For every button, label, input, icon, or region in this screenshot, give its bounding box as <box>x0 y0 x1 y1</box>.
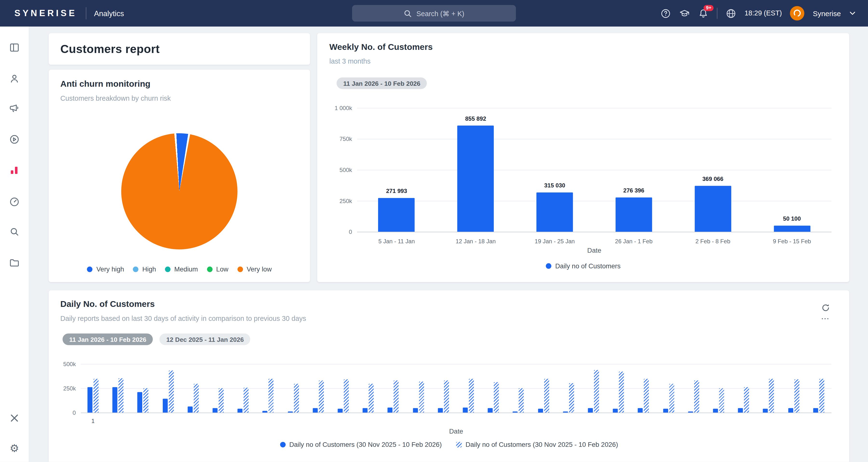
sidebar-item-profiles[interactable] <box>9 73 20 84</box>
daily-bar-solid[interactable] <box>738 408 743 412</box>
daily-bar-hatched[interactable] <box>144 388 149 412</box>
account-menu-button[interactable] <box>849 8 856 19</box>
weekly-bar[interactable] <box>378 198 415 232</box>
daily-bar-solid[interactable] <box>788 408 793 412</box>
daily-bar-hatched[interactable] <box>669 384 674 412</box>
daily-bar-solid[interactable] <box>162 399 167 412</box>
daily-bar-solid[interactable] <box>488 408 493 412</box>
daily-bar-hatched[interactable] <box>394 381 399 412</box>
daily-bar-solid[interactable] <box>588 408 593 412</box>
notifications-button[interactable]: 9+ <box>698 8 709 19</box>
weekly-bar[interactable] <box>695 186 731 232</box>
daily-bar-solid[interactable] <box>238 408 243 412</box>
daily-bar-solid[interactable] <box>112 387 117 412</box>
daily-bar-solid[interactable] <box>663 408 668 412</box>
daily-bar-solid[interactable] <box>363 408 368 412</box>
sidebar-item-tools[interactable] <box>9 412 20 424</box>
daily-date-chip-current[interactable]: 11 Jan 2026 - 10 Feb 2026 <box>62 333 153 345</box>
daily-bar-solid[interactable] <box>388 408 393 412</box>
daily-bar-solid[interactable] <box>463 408 468 412</box>
daily-bar-hatched[interactable] <box>494 382 499 412</box>
daily-bar-hatched[interactable] <box>544 379 549 412</box>
daily-bar-solid[interactable] <box>638 408 643 412</box>
daily-bar-hatched[interactable] <box>269 379 274 412</box>
daily-bar-solid[interactable] <box>137 392 143 412</box>
daily-bar-hatched[interactable] <box>819 378 824 412</box>
legend-item[interactable]: Daily no of Customers <box>546 262 621 270</box>
synerise-logo[interactable]: synerise <box>14 8 77 18</box>
academy-button[interactable] <box>679 8 690 19</box>
daily-bar-hatched[interactable] <box>794 380 799 412</box>
daily-bar-hatched[interactable] <box>219 388 224 412</box>
legend-item[interactable]: Daily no of Customers (30 Nov 2025 - 10 … <box>280 441 442 449</box>
daily-bar-solid[interactable] <box>213 408 218 412</box>
more-options-button[interactable]: ⋯ <box>820 314 830 324</box>
global-search-input[interactable]: Search (⌘ + K) <box>352 5 516 22</box>
daily-bar-solid[interactable] <box>88 387 93 412</box>
legend-item[interactable]: High <box>133 265 156 273</box>
weekly-bar[interactable] <box>616 198 652 232</box>
timezone-button[interactable] <box>726 8 736 19</box>
help-button[interactable] <box>660 8 671 19</box>
daily-bar-solid[interactable] <box>438 408 443 412</box>
account-avatar[interactable] <box>790 6 805 21</box>
daily-bar-solid[interactable] <box>262 411 268 412</box>
daily-bar-solid[interactable] <box>713 409 718 412</box>
sidebar-item-data[interactable] <box>9 196 20 207</box>
daily-bar-hatched[interactable] <box>244 388 249 412</box>
daily-bar-solid[interactable] <box>313 408 318 412</box>
daily-bar-hatched[interactable] <box>619 372 624 412</box>
daily-bar-hatched[interactable] <box>344 380 349 412</box>
daily-date-chip-previous[interactable]: 12 Dec 2025 - 11 Jan 2026 <box>160 333 250 345</box>
weekly-bar[interactable] <box>774 226 810 232</box>
daily-bar-hatched[interactable] <box>594 370 599 412</box>
weekly-date-range-chip[interactable]: 11 Jan 2026 - 10 Feb 2026 <box>337 77 427 89</box>
daily-bar-hatched[interactable] <box>644 378 649 412</box>
daily-bar-solid[interactable] <box>613 409 618 412</box>
legend-item[interactable]: Low <box>207 265 228 273</box>
account-name[interactable]: Synerise <box>813 9 841 18</box>
daily-bar-hatched[interactable] <box>519 388 524 412</box>
weekly-bar[interactable] <box>536 193 573 232</box>
daily-bar-solid[interactable] <box>413 408 418 412</box>
daily-bar-hatched[interactable] <box>744 387 749 412</box>
daily-bar-solid[interactable] <box>813 408 818 412</box>
refresh-button[interactable] <box>820 302 830 312</box>
legend-item[interactable]: Very high <box>87 265 124 273</box>
refresh-icon <box>821 303 830 312</box>
daily-bar-hatched[interactable] <box>194 384 199 412</box>
legend-item[interactable]: Medium <box>165 265 198 273</box>
daily-bar-hatched[interactable] <box>294 384 299 412</box>
legend-item[interactable]: Very low <box>237 265 272 273</box>
sidebar-item-search[interactable] <box>9 226 20 237</box>
daily-bar-solid[interactable] <box>188 406 193 412</box>
legend-item[interactable]: Daily no of Customers (30 Nov 2025 - 10 … <box>456 441 618 449</box>
daily-bar-solid[interactable] <box>763 408 768 412</box>
daily-bar-hatched[interactable] <box>119 378 124 412</box>
churn-pie[interactable] <box>121 133 238 249</box>
daily-bar-hatched[interactable] <box>168 371 174 412</box>
daily-bar-solid[interactable] <box>288 411 293 412</box>
daily-bar-solid[interactable] <box>538 408 543 412</box>
daily-bar-solid[interactable] <box>688 411 693 412</box>
sidebar-item-assets[interactable] <box>9 257 20 268</box>
sidebar-item-settings[interactable]: ⚙ <box>9 442 20 454</box>
daily-bar-hatched[interactable] <box>369 384 374 412</box>
daily-bar-solid[interactable] <box>563 411 568 412</box>
daily-bar-hatched[interactable] <box>469 379 474 412</box>
sidebar-item-automation[interactable] <box>9 134 20 145</box>
daily-bar-solid[interactable] <box>513 411 518 412</box>
daily-bar-hatched[interactable] <box>569 384 574 412</box>
sidebar-item-communication[interactable] <box>9 103 20 114</box>
weekly-bar[interactable] <box>457 126 494 232</box>
sidebar-item-analytics[interactable] <box>9 165 20 176</box>
daily-bar-hatched[interactable] <box>694 381 699 412</box>
daily-bar-hatched[interactable] <box>769 379 774 412</box>
daily-bar-hatched[interactable] <box>94 379 99 412</box>
daily-bar-hatched[interactable] <box>719 388 724 412</box>
daily-bar-hatched[interactable] <box>419 381 424 412</box>
sidebar-item-dashboard[interactable] <box>9 42 20 53</box>
daily-bar-solid[interactable] <box>338 408 343 412</box>
daily-bar-hatched[interactable] <box>319 381 324 412</box>
daily-bar-hatched[interactable] <box>444 381 449 412</box>
